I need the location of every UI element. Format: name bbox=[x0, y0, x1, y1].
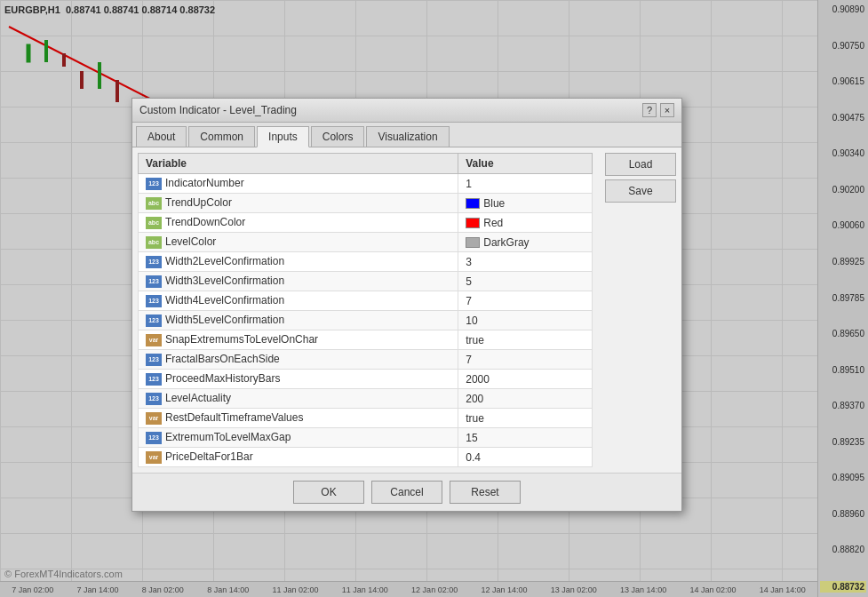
tab-about[interactable]: About bbox=[136, 126, 187, 147]
cancel-button[interactable]: Cancel bbox=[371, 481, 442, 504]
variable-cell: varPriceDeltaFor1Bar bbox=[139, 448, 458, 467]
row-icon: abc bbox=[146, 236, 162, 249]
row-icon: var bbox=[146, 412, 162, 425]
row-icon: var bbox=[146, 451, 162, 464]
table-row[interactable]: varRestDefaultTimeframeValuestrue bbox=[139, 409, 593, 428]
variable-cell: 123IndicatorNumber bbox=[139, 174, 458, 194]
row-icon: 123 bbox=[146, 432, 162, 444]
color-swatch bbox=[466, 218, 480, 228]
variable-cell: 123Width3LevelConfirmation bbox=[139, 272, 458, 291]
value-cell: 5 bbox=[458, 272, 593, 291]
ok-button[interactable]: OK bbox=[293, 481, 364, 504]
load-button[interactable]: Load bbox=[605, 153, 676, 176]
table-row[interactable]: 123Width3LevelConfirmation5 bbox=[139, 272, 593, 291]
variable-cell: varSnapExtremumsToLevelOnChar bbox=[139, 330, 458, 350]
variable-cell: 123Width5LevelConfirmation bbox=[139, 311, 458, 330]
table-row[interactable]: 123LevelActuality200 bbox=[139, 389, 593, 409]
variable-cell: 123FractalBarsOnEachSide bbox=[139, 350, 458, 370]
variable-cell: 123Width4LevelConfirmation bbox=[139, 291, 458, 311]
variable-cell: abcLevelColor bbox=[139, 233, 458, 252]
variable-cell: varRestDefaultTimeframeValues bbox=[139, 409, 458, 428]
value-cell: 7 bbox=[458, 350, 593, 370]
tab-colors[interactable]: Colors bbox=[311, 126, 365, 147]
tab-visualization[interactable]: Visualization bbox=[366, 126, 449, 147]
row-icon: 123 bbox=[146, 275, 162, 288]
dialog-title: Custom Indicator - Level_Trading bbox=[139, 104, 297, 116]
table-row[interactable]: 123ExtremumToLevelMaxGap15 bbox=[139, 428, 593, 448]
variable-cell: 123LevelActuality bbox=[139, 389, 458, 409]
save-button[interactable]: Save bbox=[605, 179, 676, 203]
tab-inputs[interactable]: Inputs bbox=[257, 126, 309, 147]
color-swatch bbox=[466, 198, 480, 209]
tabs-bar: About Common Inputs Colors Visualization bbox=[132, 123, 681, 147]
variable-cell: 123Width2LevelConfirmation bbox=[139, 252, 458, 272]
row-icon: 123 bbox=[146, 314, 162, 327]
value-cell: 15 bbox=[458, 428, 593, 448]
row-icon: 123 bbox=[146, 393, 162, 405]
params-table: Variable Value 123IndicatorNumber1abcTre… bbox=[138, 153, 593, 467]
value-cell: 200 bbox=[458, 389, 593, 409]
dialog-titlebar: Custom Indicator - Level_Trading ? × bbox=[132, 99, 681, 123]
variable-cell: 123ExtremumToLevelMaxGap bbox=[139, 428, 458, 448]
row-icon: 123 bbox=[146, 373, 162, 386]
row-icon: 123 bbox=[146, 256, 162, 268]
value-cell: 7 bbox=[458, 291, 593, 311]
table-row[interactable]: varPriceDeltaFor1Bar0.4 bbox=[139, 448, 593, 467]
close-button[interactable]: × bbox=[660, 103, 674, 117]
table-row[interactable]: 123Width2LevelConfirmation3 bbox=[139, 252, 593, 272]
dialog: Custom Indicator - Level_Trading ? × Abo… bbox=[131, 98, 682, 512]
table-row[interactable]: abcLevelColorDarkGray bbox=[139, 233, 593, 252]
table-row[interactable]: 123IndicatorNumber1 bbox=[139, 174, 593, 194]
row-icon: 123 bbox=[146, 178, 162, 190]
value-cell: Blue bbox=[458, 194, 593, 213]
tab-common[interactable]: Common bbox=[188, 126, 255, 147]
variable-cell: 123ProceedMaxHistoryBars bbox=[139, 370, 458, 389]
table-row[interactable]: 123FractalBarsOnEachSide7 bbox=[139, 350, 593, 370]
row-icon: 123 bbox=[146, 295, 162, 307]
value-cell: 2000 bbox=[458, 370, 593, 389]
bottom-buttons: OK Cancel Reset bbox=[132, 473, 681, 511]
table-row[interactable]: 123Width4LevelConfirmation7 bbox=[139, 291, 593, 311]
dialog-body: Variable Value 123IndicatorNumber1abcTre… bbox=[132, 147, 681, 473]
value-cell: 10 bbox=[458, 311, 593, 330]
row-icon: abc bbox=[146, 217, 162, 229]
side-buttons-area: Load Save bbox=[605, 153, 676, 203]
variable-cell: abcTrendDownColor bbox=[139, 213, 458, 233]
value-cell: 0.4 bbox=[458, 448, 593, 467]
col-variable: Variable bbox=[139, 154, 458, 174]
value-cell: true bbox=[458, 330, 593, 350]
col-value: Value bbox=[458, 154, 593, 174]
variable-cell: abcTrendUpColor bbox=[139, 194, 458, 213]
color-swatch bbox=[466, 237, 480, 248]
table-row[interactable]: varSnapExtremumsToLevelOnChartrue bbox=[139, 330, 593, 350]
table-row[interactable]: 123Width5LevelConfirmation10 bbox=[139, 311, 593, 330]
value-cell: 3 bbox=[458, 252, 593, 272]
value-cell: 1 bbox=[458, 174, 593, 194]
value-cell: Red bbox=[458, 213, 593, 233]
table-wrapper: Variable Value 123IndicatorNumber1abcTre… bbox=[132, 147, 681, 473]
row-icon: abc bbox=[146, 197, 162, 210]
row-icon: 123 bbox=[146, 354, 162, 366]
reset-button[interactable]: Reset bbox=[450, 481, 521, 504]
value-cell: DarkGray bbox=[458, 233, 593, 252]
table-row[interactable]: 123ProceedMaxHistoryBars2000 bbox=[139, 370, 593, 389]
help-button[interactable]: ? bbox=[642, 103, 657, 117]
row-icon: var bbox=[146, 334, 162, 346]
table-row[interactable]: abcTrendDownColorRed bbox=[139, 213, 593, 233]
dialog-controls: ? × bbox=[642, 103, 674, 117]
value-cell: true bbox=[458, 409, 593, 428]
table-row[interactable]: abcTrendUpColorBlue bbox=[139, 194, 593, 213]
